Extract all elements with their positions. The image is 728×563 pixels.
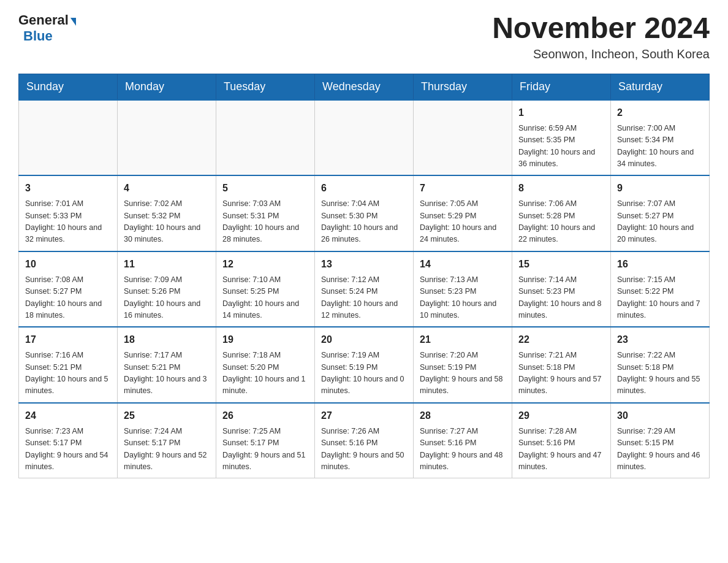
calendar-cell: 26Sunrise: 7:25 AM Sunset: 5:17 PM Dayli… <box>216 403 315 478</box>
calendar-cell: 15Sunrise: 7:14 AM Sunset: 5:23 PM Dayli… <box>512 251 611 327</box>
calendar-cell: 21Sunrise: 7:20 AM Sunset: 5:19 PM Dayli… <box>414 327 512 403</box>
day-info: Sunrise: 7:05 AM Sunset: 5:29 PM Dayligh… <box>420 198 506 246</box>
day-number: 13 <box>321 257 407 272</box>
day-info: Sunrise: 7:17 AM Sunset: 5:21 PM Dayligh… <box>124 350 210 397</box>
calendar-cell: 10Sunrise: 7:08 AM Sunset: 5:27 PM Dayli… <box>19 251 118 327</box>
calendar-cell: 9Sunrise: 7:07 AM Sunset: 5:27 PM Daylig… <box>611 175 710 251</box>
day-number: 27 <box>321 408 407 423</box>
day-info: Sunrise: 7:07 AM Sunset: 5:27 PM Dayligh… <box>617 198 703 246</box>
calendar-cell: 12Sunrise: 7:10 AM Sunset: 5:25 PM Dayli… <box>216 251 315 327</box>
calendar-cell: 8Sunrise: 7:06 AM Sunset: 5:28 PM Daylig… <box>512 175 611 251</box>
calendar-cell: 5Sunrise: 7:03 AM Sunset: 5:31 PM Daylig… <box>216 175 315 251</box>
day-number: 7 <box>420 181 506 196</box>
calendar-cell: 22Sunrise: 7:21 AM Sunset: 5:18 PM Dayli… <box>512 327 611 403</box>
logo-blue-text: Blue <box>23 28 53 44</box>
calendar-cell <box>414 100 512 176</box>
calendar-cell: 4Sunrise: 7:02 AM Sunset: 5:32 PM Daylig… <box>118 175 216 251</box>
day-info: Sunrise: 7:13 AM Sunset: 5:23 PM Dayligh… <box>420 274 506 322</box>
title-section: November 2024 Seonwon, Incheon, South Ko… <box>492 12 710 61</box>
calendar-cell: 19Sunrise: 7:18 AM Sunset: 5:20 PM Dayli… <box>216 327 315 403</box>
calendar-table: Sunday Monday Tuesday Wednesday Thursday… <box>18 74 710 479</box>
week-row-5: 24Sunrise: 7:23 AM Sunset: 5:17 PM Dayli… <box>19 403 710 478</box>
calendar-cell: 14Sunrise: 7:13 AM Sunset: 5:23 PM Dayli… <box>414 251 512 327</box>
header-friday: Friday <box>512 74 611 100</box>
day-number: 8 <box>518 181 604 196</box>
day-number: 16 <box>617 257 703 272</box>
calendar-cell: 28Sunrise: 7:27 AM Sunset: 5:16 PM Dayli… <box>414 403 512 478</box>
day-number: 6 <box>321 181 407 196</box>
day-number: 1 <box>518 105 604 120</box>
page-header: General Blue November 2024 Seonwon, Inch… <box>18 12 710 61</box>
day-number: 3 <box>25 181 111 196</box>
day-number: 20 <box>321 332 407 347</box>
day-number: 30 <box>617 408 703 423</box>
day-number: 9 <box>617 181 703 196</box>
calendar-cell: 29Sunrise: 7:28 AM Sunset: 5:16 PM Dayli… <box>512 403 611 478</box>
day-number: 25 <box>124 408 210 423</box>
logo: General Blue <box>18 12 76 44</box>
day-info: Sunrise: 7:14 AM Sunset: 5:23 PM Dayligh… <box>518 274 604 322</box>
month-title: November 2024 <box>492 12 710 45</box>
calendar-cell <box>216 100 315 176</box>
day-number: 22 <box>518 332 604 347</box>
day-number: 15 <box>518 257 604 272</box>
calendar-cell: 23Sunrise: 7:22 AM Sunset: 5:18 PM Dayli… <box>611 327 710 403</box>
day-number: 26 <box>222 408 308 423</box>
day-number: 10 <box>25 257 111 272</box>
logo-arrow-icon <box>70 18 76 26</box>
day-info: Sunrise: 7:21 AM Sunset: 5:18 PM Dayligh… <box>518 350 604 397</box>
day-info: Sunrise: 7:28 AM Sunset: 5:16 PM Dayligh… <box>518 426 604 473</box>
calendar-cell: 7Sunrise: 7:05 AM Sunset: 5:29 PM Daylig… <box>414 175 512 251</box>
day-info: Sunrise: 7:03 AM Sunset: 5:31 PM Dayligh… <box>222 198 308 246</box>
calendar-cell: 30Sunrise: 7:29 AM Sunset: 5:15 PM Dayli… <box>611 403 710 478</box>
day-info: Sunrise: 6:59 AM Sunset: 5:35 PM Dayligh… <box>518 123 604 170</box>
day-info: Sunrise: 7:02 AM Sunset: 5:32 PM Dayligh… <box>124 198 210 246</box>
day-number: 19 <box>222 332 308 347</box>
day-info: Sunrise: 7:19 AM Sunset: 5:19 PM Dayligh… <box>321 350 407 397</box>
day-number: 23 <box>617 332 703 347</box>
day-info: Sunrise: 7:18 AM Sunset: 5:20 PM Dayligh… <box>222 350 308 397</box>
day-info: Sunrise: 7:23 AM Sunset: 5:17 PM Dayligh… <box>25 426 111 473</box>
day-info: Sunrise: 7:00 AM Sunset: 5:34 PM Dayligh… <box>617 123 703 170</box>
day-info: Sunrise: 7:24 AM Sunset: 5:17 PM Dayligh… <box>124 426 210 473</box>
header-monday: Monday <box>118 74 216 100</box>
day-info: Sunrise: 7:10 AM Sunset: 5:25 PM Dayligh… <box>222 274 308 322</box>
calendar-cell: 16Sunrise: 7:15 AM Sunset: 5:22 PM Dayli… <box>611 251 710 327</box>
header-wednesday: Wednesday <box>315 74 414 100</box>
calendar-cell: 18Sunrise: 7:17 AM Sunset: 5:21 PM Dayli… <box>118 327 216 403</box>
calendar-cell: 20Sunrise: 7:19 AM Sunset: 5:19 PM Dayli… <box>315 327 414 403</box>
day-info: Sunrise: 7:08 AM Sunset: 5:27 PM Dayligh… <box>25 274 111 322</box>
day-info: Sunrise: 7:22 AM Sunset: 5:18 PM Dayligh… <box>617 350 703 397</box>
logo-general-text: General <box>18 12 69 28</box>
day-number: 21 <box>420 332 506 347</box>
calendar-cell: 25Sunrise: 7:24 AM Sunset: 5:17 PM Dayli… <box>118 403 216 478</box>
day-number: 14 <box>420 257 506 272</box>
day-info: Sunrise: 7:20 AM Sunset: 5:19 PM Dayligh… <box>420 350 506 397</box>
day-info: Sunrise: 7:26 AM Sunset: 5:16 PM Dayligh… <box>321 426 407 473</box>
day-number: 18 <box>124 332 210 347</box>
week-row-1: 1Sunrise: 6:59 AM Sunset: 5:35 PM Daylig… <box>19 100 710 176</box>
calendar-cell: 2Sunrise: 7:00 AM Sunset: 5:34 PM Daylig… <box>611 100 710 176</box>
week-row-4: 17Sunrise: 7:16 AM Sunset: 5:21 PM Dayli… <box>19 327 710 403</box>
header-saturday: Saturday <box>611 74 710 100</box>
day-number: 4 <box>124 181 210 196</box>
day-info: Sunrise: 7:06 AM Sunset: 5:28 PM Dayligh… <box>518 198 604 246</box>
calendar-cell: 1Sunrise: 6:59 AM Sunset: 5:35 PM Daylig… <box>512 100 611 176</box>
calendar-cell: 3Sunrise: 7:01 AM Sunset: 5:33 PM Daylig… <box>19 175 118 251</box>
day-number: 17 <box>25 332 111 347</box>
calendar-cell: 6Sunrise: 7:04 AM Sunset: 5:30 PM Daylig… <box>315 175 414 251</box>
week-row-3: 10Sunrise: 7:08 AM Sunset: 5:27 PM Dayli… <box>19 251 710 327</box>
day-info: Sunrise: 7:16 AM Sunset: 5:21 PM Dayligh… <box>25 350 111 397</box>
day-info: Sunrise: 7:12 AM Sunset: 5:24 PM Dayligh… <box>321 274 407 322</box>
calendar-cell: 17Sunrise: 7:16 AM Sunset: 5:21 PM Dayli… <box>19 327 118 403</box>
week-row-2: 3Sunrise: 7:01 AM Sunset: 5:33 PM Daylig… <box>19 175 710 251</box>
day-number: 11 <box>124 257 210 272</box>
day-info: Sunrise: 7:04 AM Sunset: 5:30 PM Dayligh… <box>321 198 407 246</box>
calendar-cell: 13Sunrise: 7:12 AM Sunset: 5:24 PM Dayli… <box>315 251 414 327</box>
day-info: Sunrise: 7:25 AM Sunset: 5:17 PM Dayligh… <box>222 426 308 473</box>
calendar-cell: 11Sunrise: 7:09 AM Sunset: 5:26 PM Dayli… <box>118 251 216 327</box>
day-number: 24 <box>25 408 111 423</box>
day-info: Sunrise: 7:09 AM Sunset: 5:26 PM Dayligh… <box>124 274 210 322</box>
day-info: Sunrise: 7:29 AM Sunset: 5:15 PM Dayligh… <box>617 426 703 473</box>
header-tuesday: Tuesday <box>216 74 315 100</box>
